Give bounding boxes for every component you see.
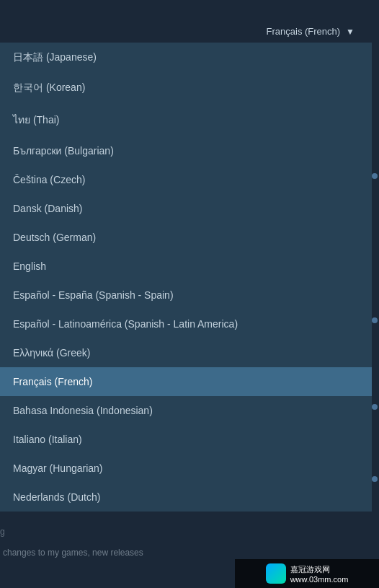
dropdown-item-spanish-latam[interactable]: Español - Latinoamérica (Spanish - Latin… — [0, 310, 372, 338]
dropdown-list[interactable]: 日本語 (Japanese)한국어 (Korean)ไทย (Thai)Бълг… — [0, 43, 372, 512]
dropdown-item-german[interactable]: Deutsch (German) — [0, 223, 372, 252]
scroll-dot-1 — [372, 173, 378, 179]
dropdown-selected-text: Français (French) — [267, 26, 341, 37]
dropdown-item-spanish-spain[interactable]: Español - España (Spanish - Spain) — [0, 281, 372, 310]
dropdown-item-korean[interactable]: 한국어 (Korean) — [0, 73, 372, 103]
page-wrapper: h e s t g Français (French) ▼ 日本語 (Japan… — [0, 0, 379, 588]
scroll-dot-3 — [372, 404, 378, 410]
dropdown-item-czech[interactable]: Čeština (Czech) — [0, 165, 372, 194]
language-dropdown-container: Français (French) ▼ 日本語 (Japanese)한국어 (K… — [0, 20, 372, 512]
dropdown-item-danish[interactable]: Dansk (Danish) — [0, 194, 372, 223]
dropdown-item-bulgarian[interactable]: Български (Bulgarian) — [0, 136, 372, 165]
dropdown-item-english[interactable]: English — [0, 252, 372, 281]
dropdown-item-japanese[interactable]: 日本語 (Japanese) — [0, 43, 372, 73]
dropdown-arrow-icon: ▼ — [346, 27, 355, 37]
bg-text-left5: g — [0, 527, 7, 537]
watermark: 嘉冠游戏网www.03mm.com — [235, 559, 379, 588]
dropdown-selected-button[interactable]: Français (French) ▼ — [0, 20, 365, 43]
dropdown-item-indonesian[interactable]: Bahasa Indonesia (Indonesian) — [0, 396, 372, 425]
dropdown-item-hungarian[interactable]: Magyar (Hungarian) — [0, 454, 372, 483]
dropdown-item-thai[interactable]: ไทย (Thai) — [0, 103, 372, 136]
watermark-icon — [266, 563, 286, 584]
watermark-text: 嘉冠游戏网www.03mm.com — [290, 564, 349, 584]
scroll-dot-2 — [372, 317, 378, 323]
scroll-dot-4 — [372, 476, 378, 482]
bottom-bg-text: changes to my games, new releases — [0, 548, 235, 558]
dropdown-item-italian[interactable]: Italiano (Italian) — [0, 425, 372, 454]
dropdown-item-dutch[interactable]: Nederlands (Dutch) — [0, 483, 372, 512]
dropdown-item-greek[interactable]: Ελληνικά (Greek) — [0, 338, 372, 367]
dropdown-item-french[interactable]: Français (French) — [0, 367, 372, 396]
